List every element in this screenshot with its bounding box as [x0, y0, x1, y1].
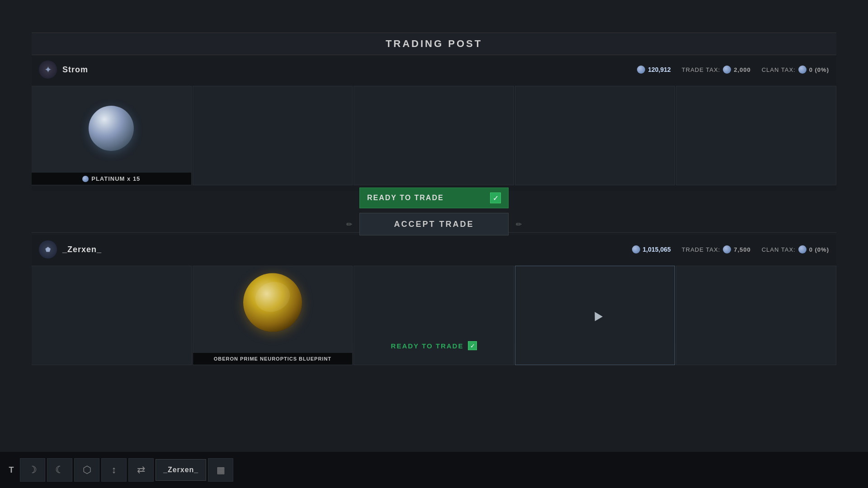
player2-trade-tax: TRADE TAX: 7,500 [682, 245, 751, 253]
player1-trade-tax-value: 2,000 [734, 66, 751, 73]
nav-icon-5[interactable]: ⇄ [128, 458, 154, 482]
player1-clan-tax: CLAN TAX: 0 (0%) [762, 66, 829, 74]
bottom-nav: T ☽ ☾ ⬡ ↕ ⇄ _Zerxen_ ▦ [0, 452, 868, 488]
player1-slot-1[interactable]: PLATINUM x 15 [32, 86, 192, 185]
platinum-icon-p1 [637, 66, 645, 74]
title-bar: TRADING POST [32, 33, 836, 55]
platinum-icon-clan1 [798, 66, 807, 74]
player2-name: _Zerxen_ [62, 245, 102, 254]
ready-bottom-label: READY TO TRADE [391, 342, 464, 350]
player1-platinum: 120,912 [648, 66, 671, 73]
player2-stats: 1,015,065 TRADE TAX: 7,500 CLAN TAX: 0 (… [632, 245, 830, 253]
nav-icon-1-symbol: ☽ [28, 464, 37, 476]
player1-stats: 120,912 TRADE TAX: 2,000 CLAN TAX: 0 (0%… [637, 66, 829, 74]
nav-text-t[interactable]: T [5, 456, 18, 483]
player2-clan-tax-label: CLAN TAX: [762, 246, 796, 253]
nav-menu-icon[interactable]: ▦ [208, 458, 233, 482]
checkmark-icon: ✓ [493, 194, 499, 202]
nav-icon-1[interactable]: ☽ [20, 458, 45, 482]
ready-bottom-checkmark: ✓ [468, 341, 477, 350]
oberon-sphere [243, 273, 302, 332]
ready-checkmark: ✓ [490, 192, 501, 203]
cursor-indicator [592, 311, 601, 319]
player2-slot-1[interactable] [32, 266, 192, 365]
player1-slot1-label: PLATINUM x 15 [32, 173, 191, 185]
pencil-left-icon: ✏ [346, 220, 352, 229]
player2-slot-3[interactable] [354, 266, 514, 365]
nav-icon-2-symbol: ☾ [55, 464, 64, 476]
nav-icon-3-symbol: ⬡ [83, 464, 91, 476]
player2-slot-5[interactable] [676, 266, 836, 365]
player1-slot-2[interactable] [193, 86, 353, 185]
player2-section: ⬟ _Zerxen_ 1,015,065 TRADE TAX: 7,500 CL… [32, 235, 836, 343]
player1-section: ✦ Strom 120,912 TRADE TAX: 2,000 CLAN TA… [32, 55, 836, 191]
nav-icon-4-symbol: ↕ [112, 464, 117, 476]
nav-menu-symbol: ▦ [217, 465, 225, 475]
nav-icon-5-symbol: ⇄ [137, 464, 145, 476]
player1-name-area: ✦ Strom [39, 61, 88, 79]
platinum-icon-p2 [632, 245, 640, 253]
player1-slot-5[interactable] [676, 86, 836, 185]
player2-slot-4[interactable] [515, 266, 675, 365]
player2-slot2-label: OBERON PRIME NEUROPTICS BLUEPRINT [193, 353, 353, 365]
platinum-sphere [89, 106, 134, 151]
pencil-right-icon: ✏ [516, 220, 522, 229]
player1-slot-3[interactable] [354, 86, 514, 185]
oberon-sphere-inner [243, 273, 302, 332]
nav-username[interactable]: _Zerxen_ [156, 459, 206, 481]
player2-avatar: ⬟ [39, 240, 57, 258]
trading-post-screen: TRADING POST ✦ Strom 120,912 TRADE TAX: … [0, 0, 868, 488]
middle-controls: READY TO TRADE ✓ ✏ ACCEPT TRADE ✏ [32, 188, 836, 235]
player1-name: Strom [62, 65, 88, 75]
player2-slot-2[interactable]: OBERON PRIME NEUROPTICS BLUEPRINT [193, 266, 353, 365]
accept-trade-button[interactable]: ✏ ACCEPT TRADE ✏ [359, 213, 509, 235]
platinum-icon-tax2 [723, 245, 731, 253]
player2-header: ⬟ _Zerxen_ 1,015,065 TRADE TAX: 7,500 CL… [32, 235, 836, 264]
plat-label-icon [82, 176, 89, 182]
player1-slot-4[interactable] [515, 86, 675, 185]
nav-icon-2[interactable]: ☾ [47, 458, 72, 482]
platinum-icon-clan2 [798, 245, 807, 253]
player2-ready-area: READY TO TRADE ✓ [32, 341, 836, 350]
player1-clan-tax-value: 0 (0%) [809, 66, 829, 73]
player1-avatar: ✦ [39, 61, 57, 79]
platinum-icon-tax1 [723, 66, 731, 74]
accept-label: ACCEPT TRADE [394, 220, 474, 229]
player2-trade-tax-value: 7,500 [734, 246, 751, 253]
ready-to-trade-button[interactable]: READY TO TRADE ✓ [359, 188, 509, 208]
player1-balance: 120,912 [637, 66, 671, 74]
ready-label: READY TO TRADE [367, 194, 444, 202]
player2-trade-tax-label: TRADE TAX: [682, 246, 720, 253]
player1-trade-tax: TRADE TAX: 2,000 [682, 66, 751, 74]
player2-clan-tax-value: 0 (0%) [809, 246, 829, 253]
nav-icon-3[interactable]: ⬡ [74, 458, 99, 482]
screen-title: TRADING POST [386, 38, 482, 50]
player1-header: ✦ Strom 120,912 TRADE TAX: 2,000 CLAN TA… [32, 55, 836, 84]
player2-clan-tax: CLAN TAX: 0 (0%) [762, 245, 829, 253]
nav-icon-4[interactable]: ↕ [101, 458, 127, 482]
player1-clan-tax-label: CLAN TAX: [762, 66, 796, 73]
player1-trade-tax-label: TRADE TAX: [682, 66, 720, 73]
player2-name-area: ⬟ _Zerxen_ [39, 240, 102, 258]
player2-platinum: 1,015,065 [643, 246, 671, 253]
player1-slots: PLATINUM x 15 [32, 84, 836, 187]
ready-bottom-check-icon: ✓ [470, 343, 475, 349]
player2-balance: 1,015,065 [632, 245, 671, 253]
player2-slots: OBERON PRIME NEUROPTICS BLUEPRINT [32, 264, 836, 367]
